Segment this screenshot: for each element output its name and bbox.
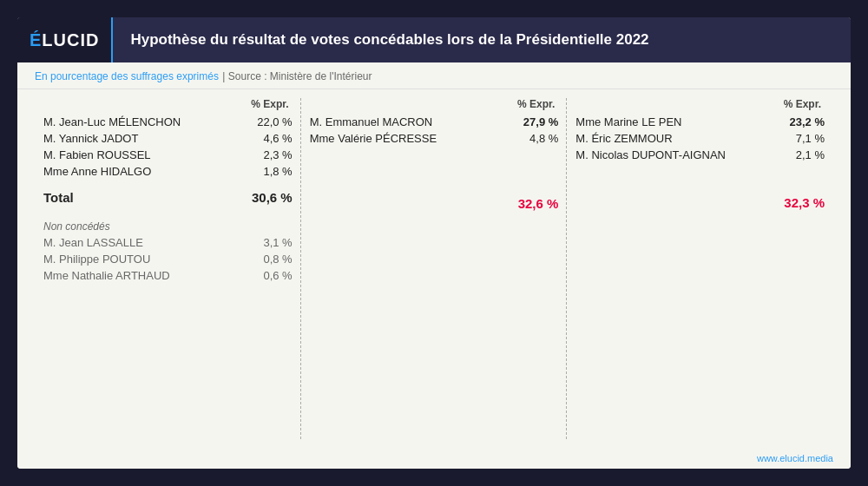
- candidate-pct: 27,9 %: [523, 115, 558, 128]
- content-area: % Expr. M. Jean-Luc MÉLENCHON 22,0 % M. …: [17, 89, 851, 448]
- table-row: M. Philippe POUTOU 0,8 %: [43, 253, 293, 266]
- logo-block: ÉLUCID: [17, 17, 113, 62]
- table-row: M. Jean LASSALLE 3,1 %: [43, 236, 293, 249]
- table-row: M. Emmanuel MACRON 27,9 %: [310, 115, 559, 128]
- footer: www.elucid.media: [17, 448, 851, 469]
- candidate-name: M. Emmanuel MACRON: [310, 115, 433, 128]
- table-row: Mme Valérie PÉCRESSE 4,8 %: [310, 132, 559, 145]
- col3-header: % Expr.: [575, 98, 825, 110]
- candidate-name: M. Fabien ROUSSEL: [43, 148, 151, 161]
- candidate-pct: 3,1 %: [263, 236, 292, 249]
- subtitle-bar: En pourcentage des suffrages exprimés | …: [17, 62, 851, 89]
- total-pct-1: 30,6 %: [252, 190, 293, 205]
- subtitle-note: En pourcentage des suffrages exprimés: [35, 70, 219, 82]
- logo-accent: É: [30, 30, 42, 49]
- candidate-pct: 2,1 %: [796, 148, 825, 161]
- candidate-pct: 23,2 %: [790, 115, 825, 128]
- candidate-pct: 2,3 %: [263, 148, 292, 161]
- candidate-name: Mme Valérie PÉCRESSE: [310, 132, 437, 145]
- candidate-name: M. Jean LASSALLE: [43, 236, 143, 249]
- non-concedes-label: Non concédés: [43, 220, 293, 233]
- logo: ÉLUCID: [30, 30, 99, 50]
- candidate-pct: 0,6 %: [263, 269, 292, 282]
- total-row-2: 32,6 %: [310, 193, 559, 211]
- table-row: Mme Nathalie ARTHAUD 0,6 %: [43, 269, 293, 282]
- candidate-pct: 4,6 %: [263, 132, 292, 145]
- candidate-name: M. Yannick JADOT: [43, 132, 138, 145]
- candidate-pct: 7,1 %: [796, 132, 825, 145]
- header-title: Hypothèse du résultat de votes concédabl…: [113, 17, 851, 62]
- column-3: % Expr. Mme Marine LE PEN 23,2 % M. Éric…: [567, 98, 833, 439]
- total-row-3: 32,3 %: [575, 192, 825, 210]
- candidate-name: M. Jean-Luc MÉLENCHON: [43, 115, 181, 128]
- col1-header: % Expr.: [43, 98, 293, 110]
- column-2: % Expr. M. Emmanuel MACRON 27,9 % Mme Va…: [301, 98, 568, 439]
- candidate-pct: 22,0 %: [257, 115, 292, 128]
- table-row: M. Éric ZEMMOUR 7,1 %: [575, 132, 825, 145]
- total-row-1: Total 30,6 %: [43, 187, 293, 205]
- table-row: Mme Marine LE PEN 23,2 %: [575, 115, 825, 128]
- table-row: M. Jean-Luc MÉLENCHON 22,0 %: [43, 115, 293, 128]
- main-card: ÉLUCID Hypothèse du résultat de votes co…: [17, 17, 851, 469]
- candidate-name: Mme Nathalie ARTHAUD: [43, 269, 170, 282]
- total-pct-3: 32,3 %: [784, 195, 825, 210]
- column-1: % Expr. M. Jean-Luc MÉLENCHON 22,0 % M. …: [35, 98, 301, 439]
- subtitle-source: Source : Ministère de l'Intérieur: [228, 70, 372, 82]
- candidate-pct: 4,8 %: [529, 132, 558, 145]
- total-label-1: Total: [43, 190, 74, 205]
- candidate-name: Mme Marine LE PEN: [575, 115, 681, 128]
- candidate-name: Mme Anne HIDALGO: [43, 165, 151, 178]
- table-row: Mme Anne HIDALGO 1,8 %: [43, 165, 293, 178]
- table-row: M. Nicolas DUPONT-AIGNAN 2,1 %: [575, 148, 825, 161]
- total-pct-2: 32,6 %: [518, 196, 559, 211]
- header: ÉLUCID Hypothèse du résultat de votes co…: [17, 17, 851, 62]
- table-row: M. Yannick JADOT 4,6 %: [43, 132, 293, 145]
- candidate-pct: 0,8 %: [263, 253, 292, 266]
- footer-url: www.elucid.media: [757, 453, 833, 463]
- candidate-name: M. Nicolas DUPONT-AIGNAN: [575, 148, 726, 161]
- candidate-name: M. Philippe POUTOU: [43, 253, 150, 266]
- table-row: M. Fabien ROUSSEL 2,3 %: [43, 148, 293, 161]
- col2-header: % Expr.: [310, 98, 559, 110]
- candidate-name: M. Éric ZEMMOUR: [575, 132, 672, 145]
- candidate-pct: 1,8 %: [263, 165, 292, 178]
